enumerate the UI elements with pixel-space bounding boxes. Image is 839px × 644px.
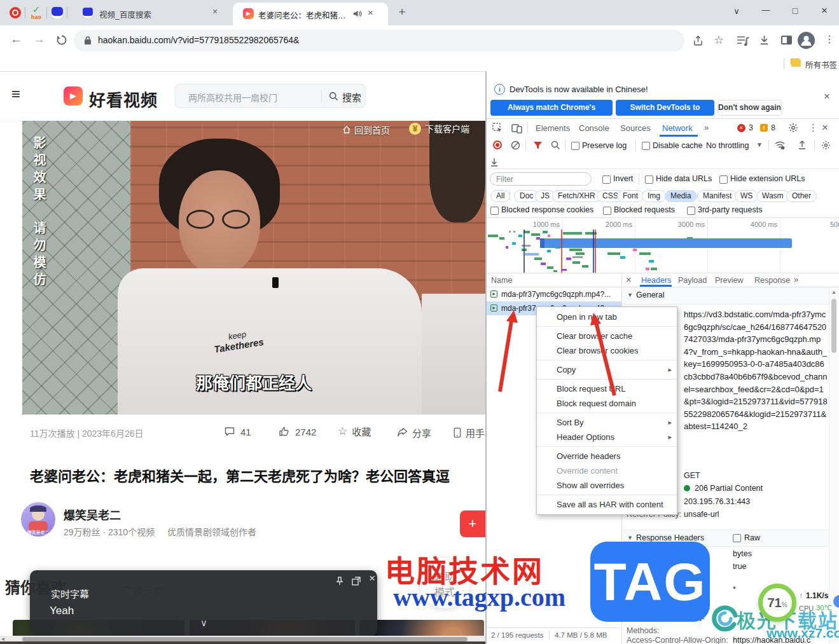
share-button[interactable]: 分享 [397,426,431,439]
invert-label[interactable]: Invert [613,174,633,183]
menu-header-options[interactable]: Header Options▸ [537,430,677,444]
search-button[interactable]: 搜索 [342,90,361,104]
remote-address-value[interactable]: 203.195.76.31:443 [684,497,750,506]
menu-block-request-domain[interactable]: Block request domain [537,396,677,411]
menu-clear-browser-cache[interactable]: Clear browser cache [537,329,677,343]
hamburger-menu-icon[interactable]: ≡ [11,85,20,103]
export-har-icon[interactable] [798,140,807,150]
profile-avatar[interactable] [798,32,815,49]
reload-button[interactable] [56,34,67,46]
tab-baidu-video-search[interactable]: 视频_百度搜索 × [71,4,229,22]
author-name[interactable]: 爆笑吴老二 [64,506,121,523]
watch-on-phone-button[interactable]: 用手机看 [453,426,485,439]
expand-icon[interactable] [352,577,361,586]
haokan-logo-icon[interactable]: ▶ [64,86,83,106]
download-icon[interactable] [758,34,770,46]
status-code-value[interactable]: 206 Partial Content [684,484,763,493]
detail-tabs-more-icon[interactable]: » [794,275,798,284]
filter-chip-wasm[interactable]: Wasm [756,190,789,202]
window-close-button[interactable]: × [817,4,832,17]
network-conditions-icon[interactable] [774,140,786,150]
request-url-value[interactable]: https://vd3.bdstatic.com/mda-pfr37ymc6gc… [684,308,828,433]
filter-chip-fetch-xhr[interactable]: Fetch/XHR [552,190,601,202]
dismiss-banner-button[interactable]: Don't show again [718,100,782,116]
tab-elements[interactable]: Elements [536,123,570,133]
request-method-value[interactable]: GET [684,471,700,480]
tab-close-icon[interactable]: × [212,6,218,17]
hide-data-urls-checkbox[interactable] [645,175,653,184]
blocked-cookies-label[interactable]: Blocked response cookies [501,205,593,214]
live-caption-panel[interactable]: × 实时字幕 Yeah ∨ [30,570,377,636]
disable-cache-checkbox[interactable] [642,142,650,150]
banner-close-icon[interactable]: × [824,90,830,103]
third-party-checkbox[interactable] [687,207,695,215]
tab-search-icon[interactable]: ∨ [729,6,744,16]
bookmark-star-icon[interactable]: ☆ [714,33,724,47]
all-bookmarks-label[interactable]: 所有书签 [805,58,837,71]
url-bar[interactable]: haokan.baidu.com/v?vid=57791855229820657… [74,30,684,51]
tab-console[interactable]: Console [579,123,609,133]
throttling-caret-icon[interactable]: ▼ [756,141,763,148]
comment-stat[interactable]: 41 [224,426,251,437]
waterfall-overview-chart[interactable] [487,230,839,273]
preserve-log-label[interactable]: Preserve log [582,141,627,150]
hide-extension-urls-label[interactable]: Hide extension URLs [730,174,805,183]
search-icon[interactable] [551,140,560,150]
preserve-log-checkbox[interactable] [571,142,579,150]
hide-extension-urls-checkbox[interactable] [719,175,728,184]
favorite-button[interactable]: ☆ 收藏 [338,425,371,438]
scrollbar-thumb[interactable] [831,299,836,353]
detail-tab-response[interactable]: Response [754,276,790,285]
record-button[interactable] [493,140,502,149]
error-count[interactable]: 3 [749,123,753,132]
maximize-button[interactable]: □ [787,6,803,16]
referrer-policy-value[interactable]: unsafe-url [684,510,719,519]
author-avatar[interactable]: 爆笑吴老二 [21,502,55,537]
chevron-down-icon[interactable]: ∨ [200,617,207,629]
timeline-overview[interactable]: 1000 ms 2000 ms 3000 ms 4000 ms 500 [487,218,839,273]
devtools-settings-icon[interactable] [788,123,798,133]
tab-close-icon[interactable]: × [368,7,373,18]
device-toolbar-icon[interactable] [511,123,522,134]
minimize-button[interactable]: — [758,5,773,15]
menu-save-har[interactable]: Save all as HAR with content [537,497,677,512]
import-har-icon[interactable] [490,157,499,167]
hide-data-urls-label[interactable]: Hide data URLs [656,174,712,183]
menu-open-in-new-tab[interactable]: Open in new tab [537,310,677,324]
error-badge-icon[interactable]: × [737,124,745,132]
media-control-icon[interactable] [737,36,749,46]
weibo-pinned-icon[interactable] [10,7,21,18]
switch-chinese-button[interactable]: Switch DevTools to Chinese [616,100,714,116]
menu-show-all-overrides[interactable]: Show all overrides [537,478,677,493]
blocked-cookies-checkbox[interactable] [490,207,499,215]
devtools-kebab-icon[interactable]: ⋮ [808,122,818,134]
header-value[interactable]: * [733,585,736,594]
name-column-header[interactable]: Name [491,276,512,285]
tab-sources[interactable]: Sources [620,123,651,133]
tab-video-page[interactable]: ▶ 老婆问老公：老虎和猪关一 × [233,3,388,25]
tab-audio-icon[interactable] [352,9,362,18]
disable-cache-label[interactable]: Disable cache [653,141,703,150]
menu-override-headers[interactable]: Override headers [537,449,677,463]
hao-pinned-icon[interactable]: ✓hao [30,6,43,19]
warning-count[interactable]: 8 [771,123,775,132]
detail-tab-headers[interactable]: Headers [641,276,671,285]
filter-chip-manifest[interactable]: Manifest [697,190,737,202]
request-row[interactable]: ▶ mda-pfr37ymc6gc9qzph.mp4?... [487,287,621,301]
like-stat[interactable]: 2742 [279,426,316,437]
filter-chip-img[interactable]: Img [642,190,666,202]
invert-checkbox[interactable] [602,175,611,184]
back-button[interactable]: ← [10,32,22,46]
filter-chip-ws[interactable]: WS [735,190,758,202]
follow-button[interactable]: + [460,510,485,537]
general-section-header[interactable]: ▼ General [622,287,829,305]
request-name[interactable]: mda-pfr37ymc6gc9qzph.mp4?... [501,290,620,299]
more-tabs-icon[interactable]: » [704,123,709,132]
tab-network[interactable]: Network [662,123,693,133]
third-party-label[interactable]: 3rd-party requests [698,205,762,214]
match-language-button[interactable]: Always match Chrome's language [490,100,613,116]
video-player[interactable]: 影视效果请勿模仿 回到首页 ¥ 下载客户端 keep Taketheres 那俺… [22,121,485,414]
close-icon[interactable]: × [369,572,375,585]
pin-icon[interactable] [335,577,344,586]
menu-sort-by[interactable]: Sort By▸ [537,415,677,430]
